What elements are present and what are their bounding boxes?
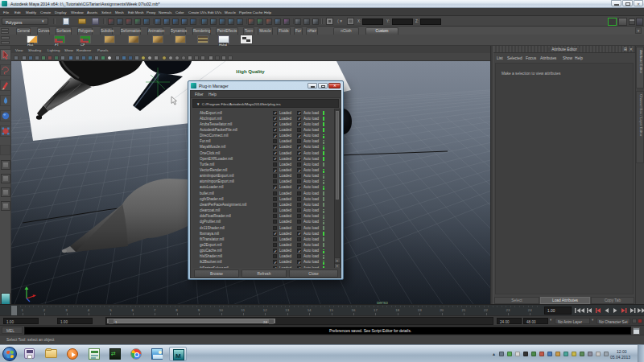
svg-text:High Quality: High Quality [236, 69, 265, 74]
